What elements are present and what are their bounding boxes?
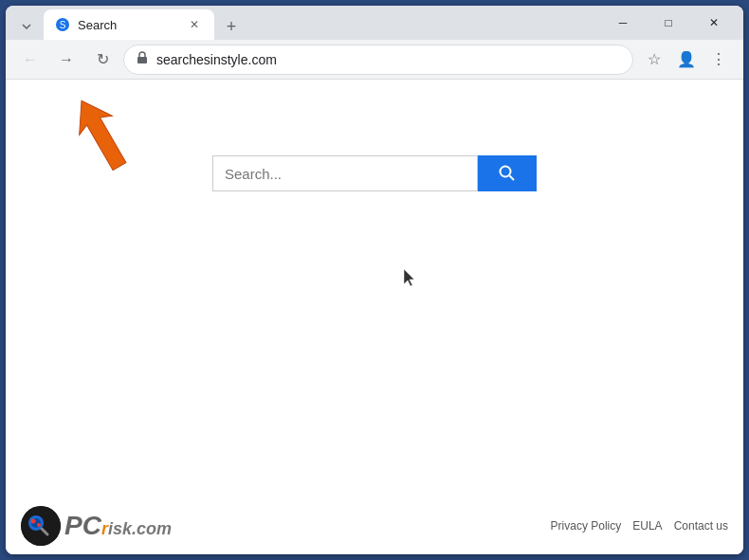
- search-button[interactable]: [478, 155, 537, 191]
- page-footer: PC risk.com Privacy Policy EULA Contact …: [6, 497, 743, 554]
- bookmark-btn[interactable]: ☆: [639, 45, 669, 75]
- eula-link[interactable]: EULA: [632, 519, 662, 533]
- svg-marker-3: [65, 91, 137, 175]
- svg-rect-2: [137, 57, 147, 63]
- tab-area: S Search ✕ +: [13, 6, 597, 40]
- footer-links: Privacy Policy EULA Contact us: [551, 519, 728, 533]
- svg-point-4: [501, 167, 511, 177]
- address-bar[interactable]: searchesinstyle.com: [123, 45, 633, 75]
- menu-btn[interactable]: ⋮: [703, 45, 734, 75]
- forward-btn[interactable]: →: [51, 45, 82, 75]
- close-btn[interactable]: ✕: [692, 8, 736, 38]
- toolbar-actions: ☆ 👤 ⋮: [639, 45, 734, 75]
- maximize-btn[interactable]: □: [647, 8, 690, 38]
- active-tab[interactable]: S Search ✕: [44, 9, 214, 40]
- svg-point-11: [37, 523, 41, 527]
- search-area: [212, 155, 537, 191]
- search-input[interactable]: [212, 155, 478, 191]
- pcrisk-pc: PC: [64, 511, 101, 541]
- tab-dropdown-btn[interactable]: [13, 13, 40, 40]
- contact-link[interactable]: Contact us: [674, 519, 728, 533]
- pcrisk-sub: r: [101, 519, 108, 539]
- profile-btn[interactable]: 👤: [671, 45, 702, 75]
- svg-line-5: [510, 176, 515, 181]
- pcrisk-logo: PC risk.com: [21, 506, 172, 546]
- svg-point-10: [31, 519, 36, 524]
- privacy-policy-link[interactable]: Privacy Policy: [551, 519, 622, 533]
- new-tab-btn[interactable]: +: [218, 13, 245, 40]
- pcrisk-icon: [21, 506, 61, 546]
- mouse-cursor: [404, 269, 419, 293]
- search-icon: [498, 164, 517, 183]
- window-controls: ─ □ ✕: [601, 8, 736, 38]
- page-content: PC risk.com Privacy Policy EULA Contact …: [6, 80, 743, 554]
- address-security-icon: [136, 51, 149, 67]
- arrow-annotation: [63, 91, 138, 180]
- back-btn[interactable]: ←: [15, 45, 46, 75]
- minimize-btn[interactable]: ─: [601, 8, 645, 38]
- tab-close-btn[interactable]: ✕: [186, 16, 203, 33]
- browser-toolbar: ← → ↻ searchesinstyle.com ☆ 👤 ⋮: [6, 40, 743, 80]
- browser-window: S Search ✕ + ─ □ ✕ ← → ↻ searchesinstyle…: [6, 6, 743, 554]
- address-text: searchesinstyle.com: [156, 52, 621, 67]
- title-bar: S Search ✕ + ─ □ ✕: [6, 6, 743, 40]
- svg-text:S: S: [60, 20, 66, 30]
- tab-title: Search: [78, 18, 178, 32]
- pcrisk-sub2: isk.com: [108, 519, 172, 539]
- tab-favicon: S: [55, 17, 70, 32]
- reload-btn[interactable]: ↻: [87, 45, 118, 75]
